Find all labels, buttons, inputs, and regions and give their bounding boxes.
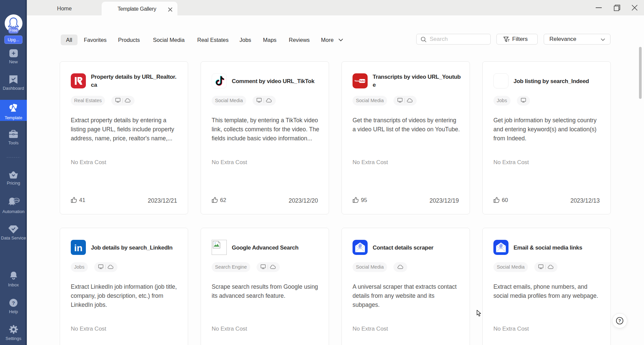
svg-text:RPA: RPA <box>14 199 19 202</box>
svg-text:?: ? <box>619 318 621 323</box>
svg-text:in: in <box>74 243 83 253</box>
svg-text:@: @ <box>499 244 502 249</box>
svg-text:Tube: Tube <box>359 79 365 82</box>
svg-text:?: ? <box>12 300 15 306</box>
svg-text:You: You <box>355 79 360 82</box>
svg-text:@: @ <box>359 244 362 249</box>
